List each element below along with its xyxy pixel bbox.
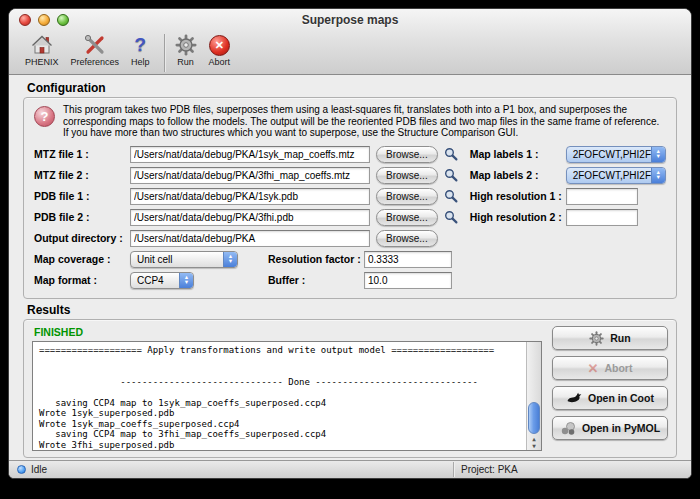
toolbar-label: PHENIX [25, 57, 59, 67]
toolbar-divider [164, 34, 165, 72]
mtz-file-1-label: MTZ file 1 : [34, 148, 130, 160]
map-coverage-dropdown[interactable]: Unit cell ▲▼ [130, 251, 238, 268]
gear-icon [589, 331, 604, 346]
statusbar-divider [453, 462, 454, 477]
mtz-file-2-label: MTZ file 2 : [34, 169, 130, 181]
high-resolution-1-label: High resolution 1 : [470, 190, 566, 202]
browse-button[interactable]: Browse... [376, 230, 438, 247]
button-label: Open in Coot [588, 392, 654, 404]
phenix-toolbar-button[interactable]: PHENIX [25, 32, 59, 67]
output-directory-label: Output directory : [34, 232, 130, 244]
configuration-heading: Configuration [27, 81, 106, 95]
console-line [39, 387, 521, 398]
resolution-factor-input[interactable] [364, 251, 452, 268]
browse-button[interactable]: Browse... [376, 209, 438, 226]
results-heading: Results [27, 303, 70, 317]
button-label: Abort [604, 362, 632, 374]
help-toolbar-button[interactable]: ? Help [131, 32, 150, 67]
button-label: Open in PyMOL [582, 422, 660, 434]
console-line: ------------------------------ Done ----… [39, 377, 521, 388]
pdb-file-2-label: PDB file 2 : [34, 211, 130, 223]
magnifier-icon[interactable] [442, 209, 460, 226]
map-labels-2-label: Map labels 2 : [470, 169, 566, 181]
pymol-icon [560, 420, 576, 436]
toolbar-label: Help [131, 57, 150, 67]
abort-toolbar-button[interactable]: ✕ Abort [209, 32, 231, 67]
status-bar: Idle Project: PKA [9, 460, 691, 478]
high-resolution-2-input[interactable] [566, 209, 638, 226]
description-text: This program takes two PDB files, superp… [63, 104, 668, 139]
toolbar-label: Run [177, 57, 194, 67]
magnifier-icon[interactable] [442, 167, 460, 184]
dropdown-arrows-icon: ▲▼ [651, 147, 665, 162]
coot-bird-icon [566, 390, 582, 406]
browse-button[interactable]: Browse... [376, 188, 438, 205]
home-icon [30, 32, 54, 58]
preferences-toolbar-button[interactable]: Preferences [71, 32, 120, 67]
pdb-file-1-label: PDB file 1 : [34, 190, 130, 202]
resolution-factor-label: Resolution factor : [268, 253, 364, 265]
run-button[interactable]: Run [552, 326, 668, 350]
map-format-label: Map format : [34, 274, 130, 286]
dropdown-arrows-icon: ▲▼ [179, 273, 193, 288]
toolbar: PHENIX Preferences ? Help [9, 31, 691, 75]
buffer-input[interactable] [364, 272, 452, 289]
map-format-dropdown[interactable]: CCP4 ▲▼ [130, 272, 194, 289]
console-line: Wrote 3fhi_map_coeffs_superposed.ccp4 [39, 450, 521, 451]
program-description: ? This program takes two PDB files, supe… [34, 104, 668, 139]
form-row: PDB file 2 : Browse... High resolution 2… [32, 207, 668, 228]
scrollbar-arrows-icon[interactable]: ▲▼ [527, 435, 541, 449]
scrollbar-thumb[interactable] [528, 402, 540, 434]
form-row: MTZ file 2 : Browse... Map labels 2 : 2F… [32, 165, 668, 186]
form-row: PDB file 1 : Browse... High resolution 1… [32, 186, 668, 207]
window-chrome: Superpose maps PHENIX [9, 9, 691, 75]
hint-icon: ? [34, 106, 55, 127]
high-resolution-1-input[interactable] [566, 188, 638, 205]
form-row: MTZ file 1 : Browse... Map labels 1 : 2F… [32, 144, 668, 165]
abort-button[interactable]: ✕ Abort [552, 356, 668, 380]
pdb-file-1-input[interactable] [130, 188, 370, 205]
browse-button[interactable]: Browse... [376, 167, 438, 184]
map-labels-2-dropdown[interactable]: 2FOFCWT,PHI2FOF... ▲▼ [566, 167, 666, 184]
status-text: Idle [31, 464, 47, 475]
open-in-coot-button[interactable]: Open in Coot [552, 386, 668, 410]
button-label: Run [610, 332, 630, 344]
console-line: Wrote 3fhi_superposed.pdb [39, 440, 521, 451]
console-line [39, 366, 521, 377]
window-title: Superpose maps [9, 13, 691, 27]
app-window: Superpose maps PHENIX [8, 8, 692, 479]
status-badge: FINISHED [34, 326, 542, 338]
console-line: Wrote 1syk_superposed.pdb [39, 408, 521, 419]
browse-button[interactable]: Browse... [376, 146, 438, 163]
form-row: Map coverage : Unit cell ▲▼ Resolution f… [32, 249, 668, 270]
configuration-panel: ? This program takes two PDB files, supe… [23, 97, 677, 299]
open-in-pymol-button[interactable]: Open in PyMOL [552, 416, 668, 440]
dropdown-value: CCP4 [137, 275, 164, 286]
console-line: =================== Apply transformation… [39, 345, 521, 356]
mtz-file-2-input[interactable] [130, 167, 370, 184]
console-line [39, 356, 521, 367]
status-indicator-icon [17, 465, 26, 474]
output-directory-input[interactable] [130, 230, 370, 247]
tools-icon [83, 32, 107, 58]
pdb-file-2-input[interactable] [130, 209, 370, 226]
mtz-file-1-input[interactable] [130, 146, 370, 163]
form-row: Map format : CCP4 ▲▼ Buffer : [32, 270, 668, 291]
abort-icon: ✕ [209, 32, 230, 58]
abort-x-icon: ✕ [588, 362, 599, 375]
magnifier-icon[interactable] [442, 188, 460, 205]
high-resolution-2-label: High resolution 2 : [470, 211, 566, 223]
magnifier-icon[interactable] [442, 146, 460, 163]
console-scrollbar[interactable]: ▲▼ [526, 342, 541, 450]
help-icon: ? [135, 32, 147, 58]
gear-icon [175, 32, 197, 58]
toolbar-label: Abort [209, 57, 231, 67]
console-output[interactable]: =================== Apply transformation… [32, 341, 542, 451]
console-line: saving CCP4 map to 3fhi_map_coeffs_super… [39, 429, 521, 440]
form-row: Output directory : Browse... [32, 228, 668, 249]
title-bar[interactable]: Superpose maps [9, 9, 691, 31]
map-labels-1-dropdown[interactable]: 2FOFCWT,PHI2FOF... ▲▼ [566, 146, 666, 163]
run-toolbar-button[interactable]: Run [175, 32, 197, 67]
project-label: Project: PKA [461, 464, 518, 475]
toolbar-label: Preferences [71, 57, 120, 67]
